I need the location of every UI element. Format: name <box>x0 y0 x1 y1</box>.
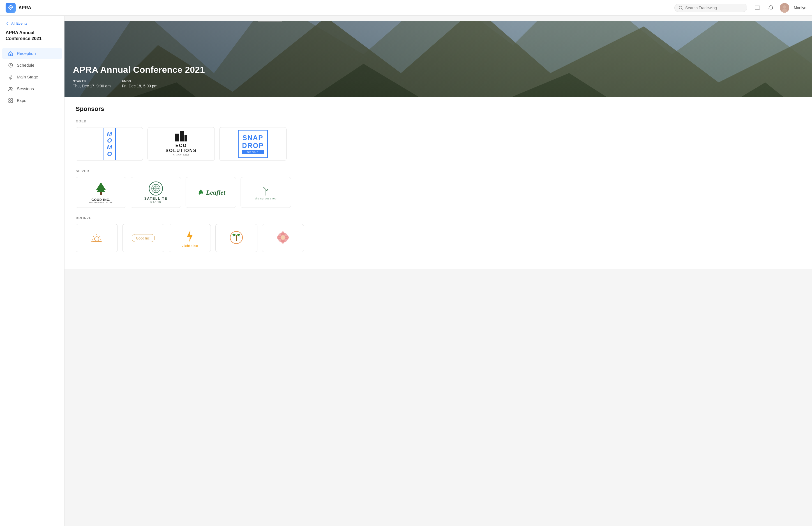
back-link[interactable]: All Events <box>0 21 64 30</box>
hero-start-date: STARTS Thu, Dec 17, 9:00 am <box>73 79 111 89</box>
bronze-tier: BRONZE <box>76 216 801 252</box>
good-inc-logo: GOOD INC. DEVELOPMENT CORP <box>89 182 113 203</box>
mic-icon <box>8 74 13 80</box>
sponsors-title: Sponsors <box>76 105 801 112</box>
grid-icon <box>8 98 13 103</box>
svg-marker-37 <box>187 230 193 242</box>
group-icon <box>8 86 13 92</box>
svg-point-10 <box>11 87 12 89</box>
sidebar-item-expo[interactable]: Expo <box>2 95 62 106</box>
good-inc-2-logo: Good Inc. <box>132 234 155 242</box>
sponsor-good-inc[interactable]: GOOD INC. DEVELOPMENT CORP <box>76 177 126 208</box>
sponsor-palm[interactable] <box>215 224 257 252</box>
home-icon <box>8 51 13 56</box>
palm-logo <box>228 229 245 247</box>
sponsor-eco-solutions[interactable]: ECO SOLUTIONS SINCE 2002 <box>147 127 215 161</box>
silver-tier: SILVER GOOD IN <box>76 169 801 208</box>
eco-solutions-logo: ECO SOLUTIONS SINCE 2002 <box>165 131 197 156</box>
svg-point-30 <box>95 237 99 241</box>
hero-content: APRA Annual Conference 2021 STARTS Thu, … <box>73 65 205 89</box>
app-logo[interactable]: APRA <box>5 3 31 13</box>
silver-sponsor-grid: GOOD INC. DEVELOPMENT CORP <box>76 177 801 208</box>
sponsor-flower[interactable] <box>262 224 304 252</box>
svg-rect-13 <box>9 101 10 103</box>
sidebar-item-sessions[interactable]: Sessions <box>2 83 62 94</box>
search-bar[interactable] <box>674 4 747 12</box>
sponsor-momo[interactable]: MOMO <box>76 127 143 161</box>
sponsor-leaflet[interactable]: Leaflet <box>186 177 236 208</box>
svg-rect-7 <box>10 75 11 77</box>
svg-point-48 <box>281 235 285 240</box>
hero-banner: APRA Annual Conference 2021 STARTS Thu, … <box>64 21 812 97</box>
svg-point-0 <box>10 9 11 10</box>
chat-icon[interactable] <box>753 3 762 12</box>
lightning-logo: Lightning <box>182 229 198 247</box>
svg-rect-14 <box>11 101 13 103</box>
sidebar-item-main-stage[interactable]: Main Stage <box>2 72 62 82</box>
main-content: APRA Annual Conference 2021 STARTS Thu, … <box>64 16 812 526</box>
sponsor-lightning[interactable]: Lightning <box>169 224 211 252</box>
sponsor-good-inc-2[interactable]: Good Inc. <box>122 224 164 252</box>
svg-rect-5 <box>10 54 11 56</box>
sponsor-sprout-shop[interactable]: the sprout shop <box>241 177 291 208</box>
hero-title: APRA Annual Conference 2021 <box>73 65 205 75</box>
search-input[interactable] <box>685 5 743 10</box>
sponsor-snap-drop[interactable]: SNAPDROP GROUP <box>219 127 287 161</box>
app-name: APRA <box>18 5 31 10</box>
sponsor-sunrise[interactable] <box>76 224 118 252</box>
sidebar-item-schedule[interactable]: Schedule <box>2 60 62 71</box>
silver-tier-label: SILVER <box>76 169 801 173</box>
svg-point-9 <box>9 87 11 89</box>
satellite-stars-logo: SATELLITE STARS <box>144 181 168 203</box>
svg-rect-12 <box>11 99 13 100</box>
sprout-shop-logo: the sprout shop <box>255 185 276 200</box>
momo-logo: MOMO <box>103 128 116 161</box>
bronze-tier-label: BRONZE <box>76 216 801 220</box>
gold-sponsor-grid: MOMO ECO SOLUTIONS SINCE 2002 <box>76 127 801 161</box>
app-header: APRA Marilyn <box>0 0 812 16</box>
header-actions: Marilyn <box>753 3 807 13</box>
hero-end-date: ENDS Fri, Dec 18, 5:00 pm <box>122 79 158 89</box>
gold-tier: GOLD MOMO ECO SOLUTION <box>76 119 801 161</box>
clock-icon <box>8 62 13 68</box>
hero-dates: STARTS Thu, Dec 17, 9:00 am ENDS Fri, De… <box>73 79 205 89</box>
gold-tier-label: GOLD <box>76 119 801 123</box>
sponsors-section: Sponsors GOLD MOMO <box>64 97 812 269</box>
sidebar-item-reception[interactable]: Reception <box>2 48 62 59</box>
snap-drop-logo: SNAPDROP GROUP <box>238 130 267 158</box>
chevron-left-icon <box>5 21 10 26</box>
avatar[interactable] <box>780 3 789 13</box>
svg-point-3 <box>783 5 786 9</box>
logo-icon <box>5 3 16 13</box>
svg-rect-11 <box>9 99 10 100</box>
sidebar-event-title: APRA Annual Conference 2021 <box>0 30 64 47</box>
leaflet-logo: Leaflet <box>196 188 225 197</box>
flower-logo <box>275 229 291 247</box>
sunrise-logo <box>88 229 105 247</box>
app-layout: All Events APRA Annual Conference 2021 R… <box>0 0 812 526</box>
search-icon <box>679 5 683 10</box>
sponsor-satellite-stars[interactable]: SATELLITE STARS <box>131 177 181 208</box>
svg-line-33 <box>99 236 100 237</box>
bronze-sponsor-grid: Good Inc. Lightning <box>76 224 801 252</box>
user-name: Marilyn <box>794 5 807 10</box>
sidebar: All Events APRA Annual Conference 2021 R… <box>0 16 64 526</box>
notification-bell-icon[interactable] <box>766 3 775 12</box>
svg-rect-25 <box>100 192 102 195</box>
svg-line-32 <box>93 236 94 237</box>
